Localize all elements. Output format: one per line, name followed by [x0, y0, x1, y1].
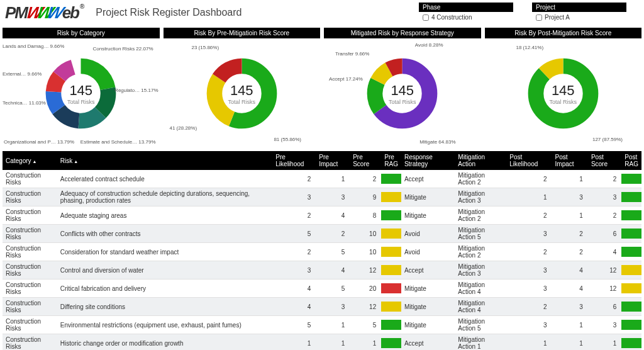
cell-mitigation-action: Mitigation Action 3 [455, 261, 506, 279]
cell-post-impact: 1 [552, 170, 588, 188]
cell-post-rag [621, 298, 641, 316]
donut-icon: 145Total Risks [45, 57, 117, 130]
cell-pre-rag [381, 298, 401, 316]
donut-icon: 145Total Risks [206, 57, 278, 130]
cell-risk: Historic change order or modification gr… [57, 334, 273, 351]
cell-risk: Accelerated contract schedule [57, 170, 273, 188]
cell-pre-impact: 5 [316, 279, 350, 298]
cell-pre-score: 5 [350, 316, 381, 334]
cell-pre-likelihood: 1 [272, 334, 316, 351]
filter-phase-label: Phase [419, 3, 513, 12]
cell-mitigation-action: Mitigation Action 2 [455, 170, 506, 188]
filter-phase-checkbox[interactable] [423, 14, 429, 21]
column-header[interactable]: Mitigation Action [455, 151, 506, 170]
table-row[interactable]: Construction RisksConflicts with other c… [3, 225, 641, 243]
column-header[interactable]: Risk▲ [57, 151, 273, 170]
cell-post-rag [621, 243, 641, 261]
cell-mitigation-action: Mitigation Action 2 [455, 243, 506, 261]
column-header[interactable]: Response Strategy [401, 151, 455, 170]
cell-pre-likelihood: 4 [272, 279, 316, 298]
column-header[interactable]: Pre Score [350, 151, 381, 170]
column-header[interactable]: Post Score [588, 151, 621, 170]
cell-pre-rag [381, 261, 401, 279]
column-header[interactable]: Post Likelihood [506, 151, 552, 170]
charts-row: Risk by Category 145Total Risks Construc… [0, 25, 644, 151]
table-row[interactable]: Construction RisksControl and diversion … [3, 261, 641, 279]
donut-total: 145 [67, 82, 95, 99]
cell-risk: Environmental restrictions (equipment us… [57, 316, 273, 334]
cell-pre-score: 20 [350, 279, 381, 298]
cell-post-likelihood: 1 [506, 188, 552, 206]
donut-total: 145 [549, 82, 577, 99]
column-header[interactable]: Post RAG [621, 151, 641, 170]
cell-post-impact: 3 [552, 188, 588, 206]
chart-title: Risk By Post-Mitigation Risk Score [485, 28, 642, 38]
cell-pre-rag [381, 188, 401, 206]
filter-phase-value: 4 Construction [431, 14, 472, 21]
cell-post-rag [621, 225, 641, 243]
seg-label: 81 (55.86%) [274, 137, 301, 142]
column-header[interactable]: Pre Impact [316, 151, 350, 170]
cell-post-rag [621, 279, 641, 298]
column-header[interactable]: Pre RAG [381, 151, 401, 170]
cell-risk: Adequate staging areas [57, 206, 273, 225]
table-row[interactable]: Construction RisksAdequate staging areas… [3, 206, 641, 225]
cell-post-likelihood: 3 [506, 225, 552, 243]
cell-category: Construction Risks [3, 206, 57, 225]
chart-response-strategy: Mitigated Risk by Response Strategy 145T… [324, 28, 481, 149]
cell-mitigation-action: Mitigation Action 4 [455, 279, 506, 298]
filter-project-checkbox[interactable] [536, 14, 542, 21]
filter-project-value: Project A [545, 14, 570, 21]
table-row[interactable]: Construction RisksEnvironmental restrict… [3, 316, 641, 334]
page-title: Project Risk Register Dashboard [96, 7, 242, 18]
cell-risk: Critical fabrication and delivery [57, 279, 273, 298]
table-row[interactable]: Construction RisksAccelerated contract s… [3, 170, 641, 188]
cell-response-strategy: Avoid [401, 243, 455, 261]
filter-project: Project Project A [532, 3, 626, 23]
cell-post-score: 6 [588, 225, 621, 243]
column-header[interactable]: Post Impact [552, 151, 588, 170]
chart-body[interactable]: 145Total Risks 127 (87.59%) 18 (12.41%) [485, 38, 642, 149]
cell-post-rag [621, 188, 641, 206]
cell-post-impact: 4 [552, 261, 588, 279]
seg-label: Mitigate 64.83% [419, 139, 455, 145]
table-row[interactable]: Construction RisksAdequacy of constructi… [3, 188, 641, 206]
chart-title: Risk By Pre-Mitigatioin Risk Score [164, 28, 321, 38]
cell-post-impact: 2 [552, 243, 588, 261]
cell-pre-impact: 1 [316, 334, 350, 351]
donut-icon: 145Total Risks [366, 57, 438, 130]
cell-pre-likelihood: 3 [272, 188, 316, 206]
logo: PMWWWeb® [5, 3, 83, 23]
cell-post-impact: 1 [552, 334, 588, 351]
cell-pre-impact: 1 [316, 170, 350, 188]
donut-icon: 145Total Risks [527, 57, 599, 130]
column-header[interactable]: Pre Likelihood [272, 151, 316, 170]
table-row[interactable]: Construction RisksCritical fabrication a… [3, 279, 641, 298]
cell-category: Construction Risks [3, 334, 57, 351]
chart-body[interactable]: 145Total Risks Mitigate 64.83% Accept 17… [324, 38, 481, 149]
cell-post-likelihood: 1 [506, 334, 552, 351]
table-body: Construction RisksAccelerated contract s… [3, 170, 641, 350]
chart-body[interactable]: 145Total Risks Construction Risks 22.07%… [3, 38, 160, 149]
cell-mitigation-action: Mitigation Action 4 [455, 298, 506, 316]
cell-category: Construction Risks [3, 316, 57, 334]
column-header[interactable]: Category▲ [3, 151, 57, 170]
cell-response-strategy: Mitigate [401, 279, 455, 298]
chart-pre-mitigation: Risk By Pre-Mitigatioin Risk Score 145To… [164, 28, 321, 149]
cell-response-strategy: Accept [401, 261, 455, 279]
table-row[interactable]: Construction RisksHistoric change order … [3, 334, 641, 351]
table-row[interactable]: Construction RisksConsideration for stan… [3, 243, 641, 261]
filter-phase: Phase 4 Construction [419, 3, 513, 23]
seg-label: 23 (15.86%) [192, 45, 219, 50]
seg-label: External… 9.66% [3, 71, 42, 77]
cell-pre-score: 1 [350, 334, 381, 351]
table-row[interactable]: Construction RisksDiffering site conditi… [3, 298, 641, 316]
cell-pre-rag [381, 225, 401, 243]
seg-label: 18 (12.41%) [516, 45, 544, 50]
cell-pre-impact: 3 [316, 298, 350, 316]
cell-post-rag [621, 334, 641, 351]
donut-label: Total Risks [67, 99, 95, 105]
filter-project-label: Project [532, 3, 626, 12]
cell-mitigation-action: Mitigation Action 2 [455, 206, 506, 225]
chart-body[interactable]: 145Total Risks 81 (55.86%) 41 (28.28%) 2… [164, 38, 321, 149]
